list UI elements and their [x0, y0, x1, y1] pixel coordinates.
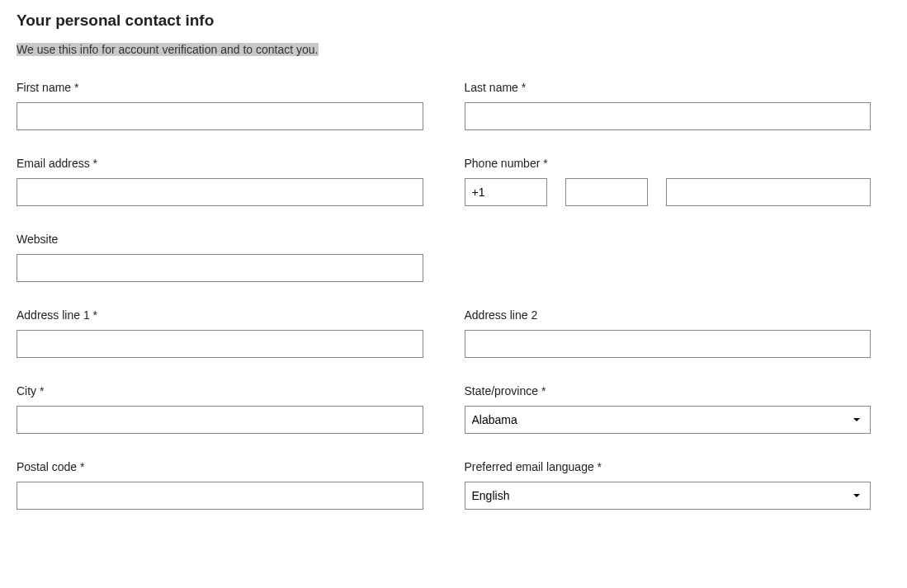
address2-input[interactable] [465, 330, 872, 358]
postal-input[interactable] [17, 482, 423, 510]
page-subtext: We use this info for account verificatio… [17, 43, 319, 56]
state-field: State/province * Alabama [465, 384, 872, 434]
city-field: City * [17, 384, 423, 434]
first-name-input[interactable] [17, 102, 423, 130]
website-label: Website [17, 233, 423, 246]
email-label: Email address * [17, 157, 423, 170]
last-name-field: Last name * [465, 81, 872, 130]
address2-field: Address line 2 [465, 308, 872, 358]
postal-label: Postal code * [17, 460, 423, 473]
phone-row [465, 178, 872, 206]
page-subtext-wrap: We use this info for account verificatio… [17, 43, 890, 56]
city-label: City * [17, 384, 423, 397]
phone-country-input[interactable] [465, 178, 547, 206]
phone-field: Phone number * [465, 157, 872, 206]
address1-input[interactable] [17, 330, 423, 358]
last-name-label: Last name * [465, 81, 872, 94]
first-name-label: First name * [17, 81, 423, 94]
state-select[interactable]: Alabama [465, 406, 872, 434]
email-input[interactable] [17, 178, 423, 206]
language-select[interactable]: English [465, 482, 872, 510]
city-input[interactable] [17, 406, 423, 434]
last-name-input[interactable] [465, 102, 872, 130]
address1-field: Address line 1 * [17, 308, 423, 358]
language-label: Preferred email language * [465, 460, 872, 473]
first-name-field: First name * [17, 81, 423, 130]
website-field: Website [17, 233, 423, 282]
language-field: Preferred email language * English [465, 460, 872, 510]
website-input[interactable] [17, 254, 423, 282]
postal-field: Postal code * [17, 460, 423, 510]
address2-label: Address line 2 [465, 308, 872, 322]
address1-label: Address line 1 * [17, 308, 423, 322]
form-grid: First name * Last name * Email address *… [17, 81, 871, 510]
email-field: Email address * [17, 157, 423, 206]
empty-cell [465, 233, 872, 282]
phone-number-input[interactable] [666, 178, 872, 206]
state-label: State/province * [465, 384, 872, 397]
page-heading: Your personal contact info [17, 12, 890, 30]
phone-label: Phone number * [465, 157, 872, 170]
phone-area-input[interactable] [565, 178, 648, 206]
